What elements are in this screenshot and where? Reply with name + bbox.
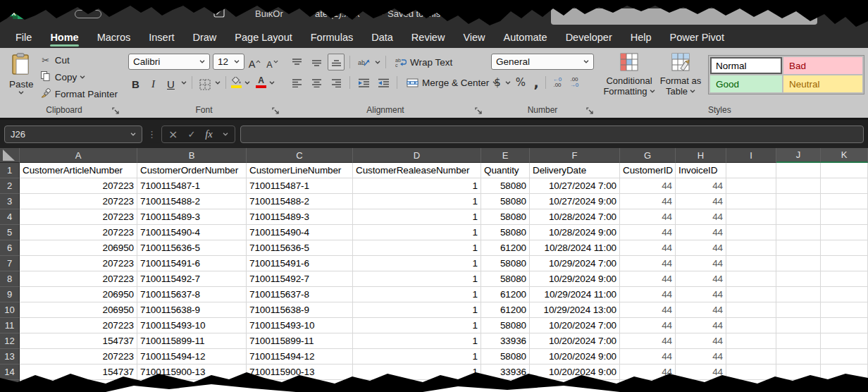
- cell-G14[interactable]: 44: [620, 365, 676, 380]
- row-header-3[interactable]: 3: [0, 194, 20, 209]
- comma-style-button[interactable]: ,: [531, 74, 542, 91]
- cell-B8[interactable]: 7100115492-7: [137, 271, 247, 287]
- borders-button[interactable]: [197, 75, 212, 90]
- menu-tab-automate[interactable]: Automate: [495, 28, 557, 48]
- cell-J7[interactable]: [776, 256, 821, 271]
- cell-A12[interactable]: 154737: [20, 333, 137, 349]
- cell-C14[interactable]: 7100115900-13: [247, 365, 353, 380]
- cell-J2[interactable]: [776, 178, 821, 194]
- cell-J6[interactable]: [776, 240, 821, 256]
- cell-B5[interactable]: 7100115490-4: [137, 225, 247, 240]
- wrap-text-button[interactable]: ab c Wrap Text: [395, 54, 452, 71]
- format-painter-button[interactable]: Format Painter: [37, 85, 120, 102]
- row-header-1[interactable]: 1: [0, 163, 20, 178]
- cell-C4[interactable]: 7100115489-3: [247, 209, 353, 225]
- borders-chevron-down-icon[interactable]: [215, 81, 221, 85]
- cell-H3[interactable]: 44: [676, 194, 726, 209]
- cell-K8[interactable]: [821, 271, 868, 287]
- cell-A11[interactable]: 207223: [20, 318, 137, 333]
- cell-H1[interactable]: InvoiceID: [676, 163, 726, 178]
- alignment-dialog-launcher-icon[interactable]: [474, 106, 483, 115]
- cell-J12[interactable]: [776, 333, 821, 349]
- cell-G13[interactable]: 44: [620, 349, 676, 365]
- cell-E3[interactable]: 58080: [481, 194, 530, 209]
- cell-A7[interactable]: 207223: [20, 256, 137, 271]
- cell-J3[interactable]: [776, 194, 821, 209]
- cell-B2[interactable]: 7100115487-1: [137, 178, 247, 194]
- column-header-a[interactable]: A: [20, 148, 137, 163]
- accounting-format-button[interactable]: $: [491, 74, 504, 91]
- cell-J5[interactable]: [776, 225, 821, 240]
- cell-A1[interactable]: CustomerArticleNumber: [20, 163, 137, 178]
- cell-F1[interactable]: DeliveryDate: [530, 163, 620, 178]
- cell-K7[interactable]: [821, 256, 868, 271]
- cell-I1[interactable]: [726, 163, 776, 178]
- fx-chevron-down-icon[interactable]: [223, 133, 228, 136]
- formula-input[interactable]: [240, 125, 864, 143]
- font-color-button[interactable]: A: [256, 77, 266, 88]
- align-center-button[interactable]: [308, 74, 325, 91]
- autosave-toggle[interactable]: [75, 10, 101, 18]
- row-header-6[interactable]: 6: [0, 240, 20, 256]
- row-header-8[interactable]: 8: [0, 271, 20, 287]
- align-top-button[interactable]: [288, 54, 305, 71]
- cell-I10[interactable]: [726, 302, 776, 318]
- cell-G3[interactable]: 44: [620, 194, 676, 209]
- cell-F8[interactable]: 10/29/2024 9:00: [530, 271, 620, 287]
- cell-E7[interactable]: 58080: [481, 256, 530, 271]
- cell-K9[interactable]: [821, 287, 868, 302]
- cell-I2[interactable]: [726, 178, 776, 194]
- cell-G7[interactable]: 44: [620, 256, 676, 271]
- cell-H7[interactable]: 44: [676, 256, 726, 271]
- cell-I9[interactable]: [726, 287, 776, 302]
- cell-H2[interactable]: 44: [676, 178, 726, 194]
- cell-G10[interactable]: 44: [620, 302, 676, 318]
- cell-F11[interactable]: 10/20/2024 7:00: [530, 318, 620, 333]
- underline-chevron-down-icon[interactable]: [181, 81, 187, 85]
- style-good[interactable]: Good: [710, 75, 782, 92]
- menu-tab-page-layout[interactable]: Page Layout: [225, 28, 301, 48]
- cell-J11[interactable]: [776, 318, 821, 333]
- cell-G9[interactable]: 44: [620, 287, 676, 302]
- menu-tab-view[interactable]: View: [454, 28, 494, 48]
- cell-D5[interactable]: 1: [353, 225, 481, 240]
- conditional-formatting-button[interactable]: Conditional Formatting: [602, 51, 656, 104]
- cell-H9[interactable]: 44: [676, 287, 726, 302]
- style-normal[interactable]: Normal: [710, 57, 782, 74]
- cell-B1[interactable]: CustomerOrderNumber: [137, 163, 247, 178]
- cell-C1[interactable]: CustomerLineNumber: [247, 163, 353, 178]
- menu-tab-developer[interactable]: Developer: [557, 28, 621, 48]
- align-left-button[interactable]: [288, 74, 305, 91]
- underline-button[interactable]: U: [163, 75, 178, 90]
- row-header-9[interactable]: 9: [0, 287, 20, 302]
- row-header-5[interactable]: 5: [0, 225, 20, 240]
- cell-D2[interactable]: 1: [353, 178, 481, 194]
- cell-A3[interactable]: 207223: [20, 194, 137, 209]
- cell-C13[interactable]: 7100115494-12: [247, 349, 353, 365]
- cell-D3[interactable]: 1: [353, 194, 481, 209]
- cut-button[interactable]: ✂ Cut: [37, 51, 120, 68]
- align-right-button[interactable]: [328, 74, 345, 91]
- column-header-i[interactable]: I: [726, 148, 776, 163]
- cell-I14[interactable]: [726, 365, 776, 380]
- cell-G5[interactable]: 44: [620, 225, 676, 240]
- cell-K11[interactable]: [821, 318, 868, 333]
- column-header-f[interactable]: F: [530, 148, 620, 163]
- cell-I13[interactable]: [726, 349, 776, 365]
- cell-J4[interactable]: [776, 209, 821, 225]
- font-color-chevron-down-icon[interactable]: [269, 81, 275, 85]
- cell-A8[interactable]: 207223: [20, 271, 137, 287]
- column-header-j[interactable]: J: [776, 148, 821, 163]
- cell-E1[interactable]: Quantity: [481, 163, 530, 178]
- bold-button[interactable]: B: [128, 75, 143, 90]
- cell-K13[interactable]: [821, 349, 868, 365]
- menu-tab-macros[interactable]: Macros: [88, 28, 140, 48]
- clipboard-dialog-launcher-icon[interactable]: [111, 106, 120, 115]
- enter-check-icon[interactable]: ✓: [187, 129, 195, 140]
- menu-tab-formulas[interactable]: Formulas: [302, 28, 362, 48]
- cell-I8[interactable]: [726, 271, 776, 287]
- cell-D11[interactable]: 1: [353, 318, 481, 333]
- insert-function-icon[interactable]: fx: [205, 128, 212, 140]
- cell-E11[interactable]: 58080: [481, 318, 530, 333]
- paste-button[interactable]: Paste: [8, 51, 35, 104]
